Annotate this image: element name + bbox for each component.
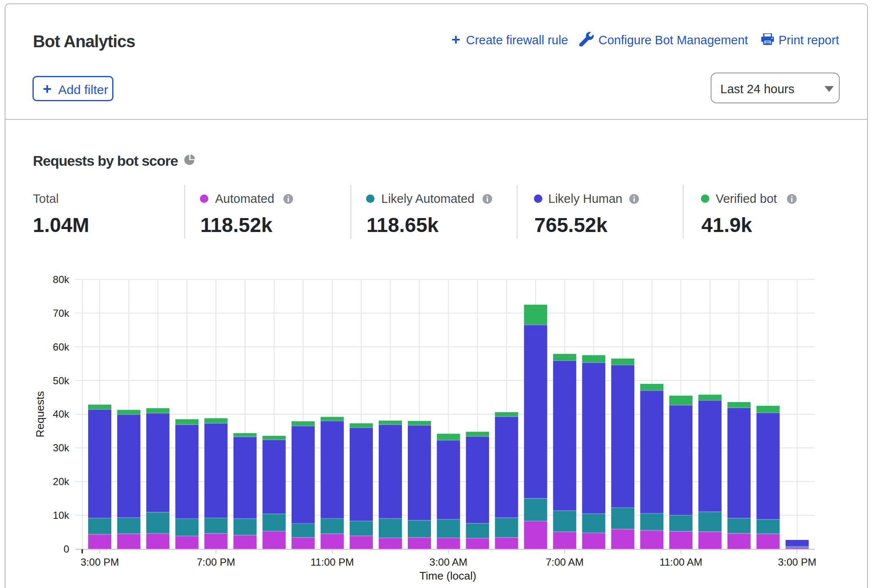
svg-text:60k: 60k	[53, 341, 70, 353]
svg-text:3:00 AM: 3:00 AM	[429, 556, 467, 568]
svg-text:7:00 AM: 7:00 AM	[546, 556, 584, 568]
svg-text:50k: 50k	[53, 375, 70, 386]
svg-text:30k: 30k	[53, 442, 70, 453]
svg-text:Time (local): Time (local)	[420, 569, 477, 582]
svg-text:Requests: Requests	[34, 391, 46, 437]
svg-text:7:00 PM: 7:00 PM	[197, 556, 235, 568]
svg-text:3:00 PM: 3:00 PM	[778, 556, 816, 568]
svg-text:11:00 AM: 11:00 AM	[660, 556, 703, 568]
svg-text:80k: 80k	[53, 274, 70, 285]
svg-text:20k: 20k	[53, 476, 70, 487]
svg-text:0: 0	[64, 543, 69, 555]
svg-text:11:00 PM: 11:00 PM	[310, 556, 354, 568]
svg-text:40k: 40k	[53, 408, 70, 420]
svg-text:3:00 PM: 3:00 PM	[81, 556, 119, 568]
svg-text:10k: 10k	[53, 510, 70, 521]
svg-text:70k: 70k	[53, 307, 70, 319]
